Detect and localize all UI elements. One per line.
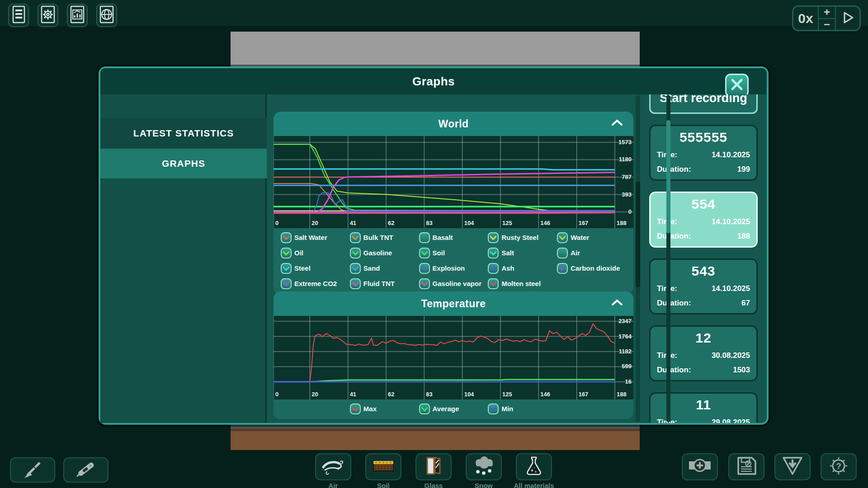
legend-item-salt[interactable]: Salt [488,247,557,259]
thermometer-tool-button[interactable] [63,457,108,483]
material-all-button[interactable] [516,453,552,480]
legend-item-salt-water[interactable]: Salt Water [281,231,350,244]
game-screen: 0x + − Graphs LATEST STATISTICS GRAPHS [0,0,868,488]
legend-item-soil[interactable]: Soil [419,247,488,259]
charts-scrollbar[interactable] [636,95,640,422]
pen-tool-button[interactable] [10,457,55,483]
legend-item-basalt[interactable]: Basalt [419,231,488,244]
world-panel-header[interactable]: World [274,112,633,136]
checkbox-checked[interactable] [488,248,499,258]
checkbox-checked[interactable] [350,263,361,274]
speed-decrease-button[interactable]: − [819,19,835,30]
checkbox-checked[interactable] [488,404,499,414]
legend-item-rusty-steel[interactable]: Rusty Steel [488,231,557,244]
checkbox-checked[interactable] [281,263,292,274]
sidebar-item-graphs[interactable]: GRAPHS [100,149,267,178]
checkbox-checked[interactable] [281,248,292,258]
legend-item-explosion[interactable]: Explosion [419,262,488,274]
download-button[interactable] [774,453,811,480]
start-recording-button[interactable]: Start recording [649,94,758,114]
world-map-button[interactable] [96,4,117,27]
material-glass-button[interactable] [415,453,452,480]
legend-label: Gasoline [363,249,392,257]
x-axis-label: 167 [579,220,589,226]
checkbox-checked[interactable] [488,232,499,243]
checkbox-checked[interactable] [281,278,292,289]
session-card-12[interactable]: 12Time:30.08.2025Duration:1503 [649,325,758,381]
session-card-555555[interactable]: 555555Time:14.10.2025Duration:199 [649,125,758,181]
checkbox-unchecked[interactable] [557,248,568,258]
checkbox-checked[interactable] [488,278,499,289]
temperature-panel-header[interactable]: Temperature [274,291,633,316]
sessions-scrollbar-thumb[interactable] [666,120,670,233]
chevron-up-icon[interactable] [611,298,623,309]
legend-item-steel[interactable]: Steel [281,262,350,274]
legend-item-extreme-co2[interactable]: Extreme CO2 [281,277,350,290]
legend-item-max[interactable]: Max [350,403,419,415]
checkbox-checked[interactable] [350,232,361,243]
checkbox-checked[interactable] [419,248,430,258]
legend-item-fluid-tnt[interactable]: Fluid TNT [350,277,419,290]
help-button[interactable]: ? [821,453,857,480]
legend-item-air[interactable]: Air [557,247,626,259]
checkbox-checked[interactable] [419,278,430,289]
legend-item-water[interactable]: Water [557,231,626,244]
legend-item-gasoline-vapor[interactable]: Gasoline vapor [419,277,488,290]
checkbox-checked[interactable] [350,404,361,414]
checkbox-checked[interactable] [350,278,361,289]
material-snow-button[interactable] [466,453,502,480]
legend-item-oil[interactable]: Oil [281,247,350,259]
x-axis-label: 20 [311,220,318,226]
download-icon [780,455,805,479]
session-card-11[interactable]: 11Time:29.08.2025Duration: [649,392,758,423]
legend-item-average[interactable]: Average [419,403,488,415]
checkbox-unchecked[interactable] [419,232,430,243]
time-value: 14.10.2025 [712,150,750,160]
y-axis-label: 1573 [618,139,632,145]
legend-label: Explosion [433,264,465,272]
checkbox-checked[interactable] [281,232,292,243]
checkbox-checked[interactable] [419,263,430,274]
legend-item-ash[interactable]: Ash [488,262,557,274]
settings-button[interactable] [38,4,58,27]
legend-item-gasoline[interactable]: Gasoline [350,247,419,259]
legend-item-min[interactable]: Min [488,403,557,415]
charts-scrollbar-thumb[interactable] [636,181,640,287]
legend-item-molten-steel[interactable]: Molten steel [488,277,557,290]
simulation-speed-control: 0x + − [792,5,861,31]
legend-item-carbon-dioxide[interactable]: Carbon dioxide [557,262,626,274]
checkbox-checked[interactable] [350,248,361,258]
glass-icon [420,455,447,478]
globe-icon [98,5,115,26]
legend-item-sand[interactable]: Sand [350,262,419,274]
duration-value: 199 [737,165,750,174]
speed-increase-button[interactable]: + [819,7,835,19]
checkbox-checked[interactable] [557,263,568,274]
material-air: Air [308,453,358,488]
checkbox-checked[interactable] [488,263,499,274]
menu-button[interactable] [8,4,29,27]
chevron-up-icon[interactable] [611,118,623,129]
checkbox-checked[interactable] [419,404,430,414]
close-icon [729,77,745,94]
save-button[interactable] [728,453,764,480]
sessions-scrollbar[interactable] [666,95,670,422]
top-bar: 0x + − [0,0,868,26]
duration-label: Duration: [657,366,691,375]
panel-title: Temperature [274,291,633,316]
statistics-button[interactable] [67,4,88,27]
play-button[interactable] [836,7,859,30]
close-button[interactable] [725,74,749,97]
screenshot-button[interactable] [682,453,718,480]
series-molten-steel [274,213,615,213]
legend-item-bulk-tnt[interactable]: Bulk TNT [350,231,419,244]
sidebar-item-latest-statistics[interactable]: LATEST STATISTICS [100,118,267,149]
session-card-554[interactable]: 554Time:14.10.2025Duration:188 [649,192,758,248]
material-air-button[interactable] [315,453,351,480]
session-card-543[interactable]: 543Time:14.10.2025Duration:67 [649,258,758,314]
legend-label: Fluid TNT [363,280,395,287]
x-axis-label: 62 [388,220,394,226]
material-soil-button[interactable] [365,453,401,480]
camera-icon [686,455,713,478]
checkbox-checked[interactable] [557,232,568,243]
